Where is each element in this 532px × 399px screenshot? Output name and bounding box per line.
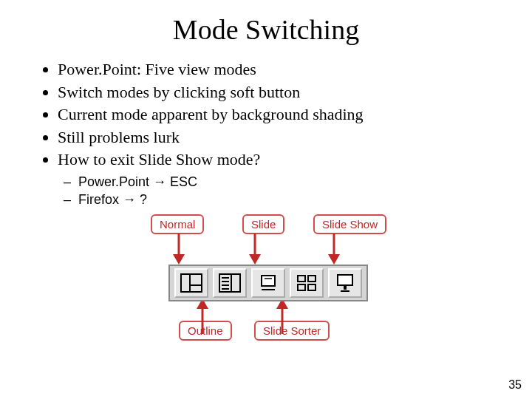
svg-marker-3 [249, 254, 261, 265]
label-sorter: Slide Sorter [254, 321, 330, 341]
list-item: Power.Point: Five view modes [58, 59, 495, 80]
list-item: Switch modes by clicking soft button [58, 82, 495, 103]
svg-rect-10 [181, 274, 202, 292]
label-outline: Outline [179, 321, 232, 341]
svg-rect-22 [298, 276, 305, 282]
svg-rect-19 [262, 276, 275, 286]
view-mode-diagram: Normal Slide Slide Show Outline Slide So… [118, 211, 414, 344]
list-item: Still problems lurk [58, 127, 495, 148]
bullet-list: Power.Point: Five view modes Switch mode… [41, 59, 495, 170]
page-number: 35 [508, 378, 522, 392]
svg-rect-26 [338, 275, 352, 285]
view-mode-icon-bar [168, 265, 368, 301]
label-slideshow: Slide Show [313, 214, 386, 234]
list-item: How to exit Slide Show mode? [58, 149, 495, 170]
slideshow-view-icon [328, 268, 362, 298]
svg-rect-23 [308, 276, 316, 282]
list-item: Power.Point → ESC [64, 173, 495, 191]
slide-title: Mode Switching [37, 13, 495, 46]
outline-view-icon [213, 268, 247, 298]
slide-view-icon [251, 268, 285, 298]
normal-view-icon [174, 268, 208, 298]
sub-bullet-list: Power.Point → ESC Firefox → ? [50, 173, 495, 209]
diagram-wrap: Normal Slide Slide Show Outline Slide So… [37, 211, 495, 344]
svg-marker-5 [328, 254, 340, 265]
slide: Mode Switching Power.Point: Five view mo… [0, 0, 532, 399]
slide-sorter-view-icon [290, 268, 324, 298]
list-item: Current mode apparent by background shad… [58, 104, 495, 125]
label-normal: Normal [151, 214, 204, 234]
svg-rect-24 [298, 284, 305, 290]
label-slide: Slide [242, 214, 284, 234]
svg-rect-25 [308, 284, 316, 290]
list-item: Firefox → ? [64, 191, 495, 208]
svg-marker-1 [173, 254, 185, 265]
